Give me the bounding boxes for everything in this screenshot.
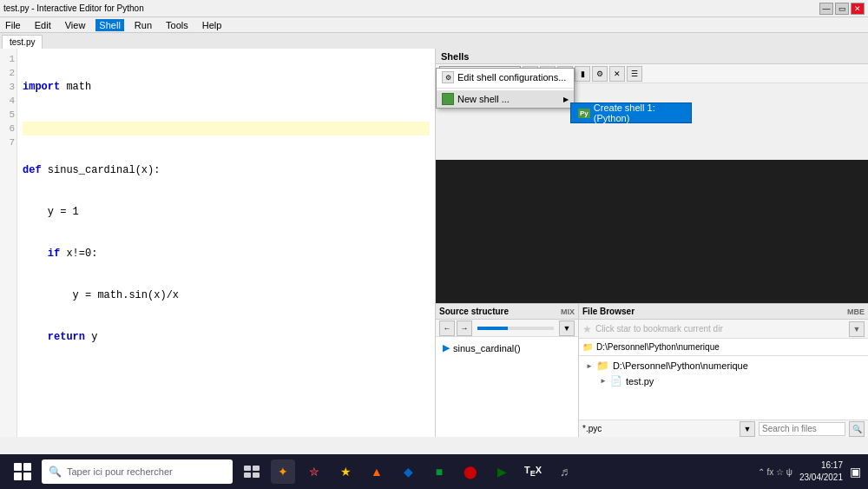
app-icon-9: ♬ xyxy=(560,465,569,479)
taskbar-app-tex[interactable]: TEX xyxy=(521,459,545,484)
source-item-sinus[interactable]: ▶ sinus_cardinal() xyxy=(439,340,575,355)
app-icon-6: ■ xyxy=(436,465,443,479)
app-icon-5: ◆ xyxy=(404,465,413,479)
path-bar: 📁 D:\Personnel\Python\numerique xyxy=(579,339,868,356)
file-indent-icon: ► xyxy=(600,377,607,385)
close-button[interactable]: ✕ xyxy=(851,3,865,15)
taskbar-search-placeholder: Taper ici pour rechercher xyxy=(67,466,173,477)
editor-tab[interactable]: test.py xyxy=(2,35,43,49)
app-icon-2: ✮ xyxy=(309,465,319,479)
svg-rect-1 xyxy=(253,466,260,471)
svg-rect-2 xyxy=(244,472,251,478)
code-area[interactable]: import math def sinus_cardinal(x): y = 1… xyxy=(17,49,435,437)
taskbar-app-4[interactable]: ▲ xyxy=(365,459,389,484)
taskbar-app-2[interactable]: ✮ xyxy=(302,459,326,484)
shell-settings-btn[interactable]: ⚙ xyxy=(592,66,608,82)
search-area: ▼ 🔍 xyxy=(740,421,865,437)
bottom-panels: Source structure MIX ← → ▼ ▶ sinus_cardi… xyxy=(436,303,868,437)
search-icon-btn[interactable]: 🔍 xyxy=(849,421,865,437)
folder-label: D:\Personnel\Python\numerique xyxy=(613,360,748,371)
taskbar-search-icon: 🔍 xyxy=(49,466,62,478)
tab-label: test.py xyxy=(10,37,35,47)
menu-shell[interactable]: Shell xyxy=(95,19,123,31)
svg-rect-3 xyxy=(253,472,260,478)
new-shell-label: New shell ... xyxy=(457,94,510,104)
notification-icon[interactable]: ▣ xyxy=(850,465,861,479)
file-browser-content: ► 📁 D:\Personnel\Python\numerique ► 📄 te… xyxy=(579,356,868,420)
app-icon-3: ★ xyxy=(340,465,352,479)
create-shell-python-item[interactable]: Py Create shell 1: (Python) xyxy=(571,103,691,122)
taskbar-app-3[interactable]: ★ xyxy=(333,459,358,484)
taskbar-app-7[interactable]: ⬤ xyxy=(458,459,483,484)
taskbar-app-8[interactable]: ▶ xyxy=(490,459,514,484)
code-line-1: import math xyxy=(23,80,430,94)
menu-tools[interactable]: Tools xyxy=(162,19,192,31)
title-bar-text: test.py - Interactive Editor for Python xyxy=(3,3,144,13)
current-time: 16:17 xyxy=(799,459,843,472)
file-search-input[interactable] xyxy=(759,422,845,436)
source-structure-badge: MIX xyxy=(561,307,575,316)
shell-menu-btn[interactable]: ☰ xyxy=(627,66,642,82)
app-icon-1: ✦ xyxy=(278,465,288,479)
submenu-arrow: ▶ xyxy=(563,96,569,103)
code-line-7: return y xyxy=(23,330,430,344)
taskbar-app-1[interactable]: ✦ xyxy=(271,459,295,484)
source-structure-content: ▶ sinus_cardinal() xyxy=(436,337,578,437)
start-button[interactable] xyxy=(7,456,38,487)
right-pane: Shells No shell selected ▼ + ■ ↻ ▮ ⚙ ✕ ☰ xyxy=(436,49,868,437)
taskbar-app-6[interactable]: ■ xyxy=(427,459,451,484)
menu-help[interactable]: Help xyxy=(199,19,226,31)
app-tex-label: TEX xyxy=(524,465,542,478)
menu-run[interactable]: Run xyxy=(131,19,155,31)
source-back-btn[interactable]: ← xyxy=(439,320,455,336)
filter-dropdown-btn[interactable]: ▼ xyxy=(740,421,755,437)
current-date: 23/04/2021 xyxy=(799,472,843,484)
tab-bar: test.py xyxy=(0,33,868,49)
bookmark-star-icon[interactable]: ★ xyxy=(582,323,592,335)
bookmark-settings-btn[interactable]: ▼ xyxy=(849,321,865,337)
new-shell-item[interactable]: New shell ... ▶ xyxy=(437,90,574,108)
file-browser-title: File Browser xyxy=(582,307,635,316)
restore-button[interactable]: ▭ xyxy=(835,3,849,15)
task-view-svg xyxy=(244,466,260,478)
expand-arrow: ► xyxy=(586,362,593,370)
source-progress xyxy=(477,327,554,330)
taskbar-search[interactable]: 🔍 Taper ici pour rechercher xyxy=(42,459,233,484)
code-line-4: y = 1 xyxy=(23,205,430,219)
menu-edit[interactable]: Edit xyxy=(31,19,55,31)
minimize-button[interactable]: — xyxy=(819,3,833,15)
source-progress-fill xyxy=(477,327,508,330)
shells-area: Shells No shell selected ▼ + ■ ↻ ▮ ⚙ ✕ ☰ xyxy=(436,49,868,303)
source-filter-btn[interactable]: ▼ xyxy=(559,320,575,336)
folder-item-numerique[interactable]: ► 📁 D:\Personnel\Python\numerique xyxy=(582,358,865,373)
menu-separator xyxy=(437,88,574,89)
app-icon-7: ⬤ xyxy=(464,465,477,479)
edit-shell-config-item[interactable]: ⚙ Edit shell configurations... xyxy=(437,69,574,86)
shells-header: Shells xyxy=(436,49,868,64)
interrupt-shell-btn[interactable]: ▮ xyxy=(575,66,590,82)
shells-content[interactable] xyxy=(436,160,868,303)
menu-view[interactable]: View xyxy=(62,19,89,31)
title-bar: test.py - Interactive Editor for Python … xyxy=(0,0,868,17)
app-icon-8: ▶ xyxy=(497,465,507,479)
source-forward-btn[interactable]: → xyxy=(457,320,472,336)
taskbar-app-9[interactable]: ♬ xyxy=(552,459,576,484)
taskview-icon[interactable] xyxy=(240,459,264,484)
file-item-testpy[interactable]: ► 📄 test.py xyxy=(582,373,865,388)
source-structure-panel: Source structure MIX ← → ▼ ▶ sinus_cardi… xyxy=(436,304,579,437)
create-shell-label: Create shell 1: (Python) xyxy=(594,102,684,123)
system-tray-icons: ⌃ fx ☆ ψ xyxy=(758,467,792,477)
file-browser-statusbar: *.pyc ▼ 🔍 xyxy=(579,420,868,437)
bookmark-placeholder: Click star to bookmark current dir xyxy=(595,324,723,334)
taskbar-right: ⌃ fx ☆ ψ 16:17 23/04/2021 ▣ xyxy=(758,459,861,484)
code-line-3: def sinus_cardinal(x): xyxy=(23,163,430,177)
new-shell-submenu: Py Create shell 1: (Python) xyxy=(570,102,692,123)
time-display: 16:17 23/04/2021 xyxy=(799,459,843,484)
source-structure-title: Source structure xyxy=(439,307,509,316)
edit-config-icon: ⚙ xyxy=(442,71,454,83)
close-shell-btn[interactable]: ✕ xyxy=(609,66,625,82)
menu-file[interactable]: File xyxy=(2,19,24,31)
title-bar-controls: — ▭ ✕ xyxy=(819,3,865,15)
taskbar: 🔍 Taper ici pour rechercher ✦ ✮ ★ ▲ ◆ xyxy=(0,454,868,489)
taskbar-app-5[interactable]: ◆ xyxy=(396,459,420,484)
